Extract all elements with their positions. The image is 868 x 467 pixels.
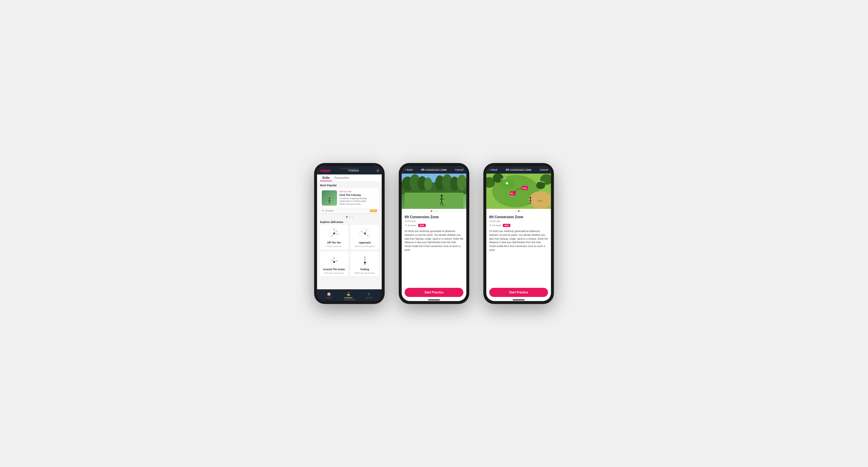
drill-badge-2: ARG: [503, 224, 510, 227]
svg-point-49: [440, 205, 445, 206]
putting-icon: [359, 254, 371, 267]
svg-line-9: [334, 231, 336, 234]
cancel-button[interactable]: Cancel: [455, 168, 463, 171]
drill-description: Create an imaginary fairway using trees …: [339, 197, 372, 206]
shots-count: ⏱ 20 shots: [405, 224, 416, 227]
drill-header-title: 6ft Conversion Zone: [421, 168, 446, 171]
shots-info: ⏱ 10 shots: [322, 209, 333, 212]
featured-drill-card[interactable]: Off The Tee Find The Fairway Create an i…: [319, 188, 379, 213]
drill-thumbnail: [322, 190, 337, 206]
activities-icon: ⛳: [346, 292, 350, 296]
svg-point-70: [530, 197, 531, 199]
image-dots-2: [486, 209, 551, 213]
svg-text:SAND: SAND: [538, 200, 543, 202]
svg-point-29: [334, 258, 334, 259]
svg-line-11: [332, 234, 334, 236]
svg-point-42: [424, 177, 432, 190]
phone-1-screen: clippd Practice ≡ Drills Favourites Most…: [317, 166, 382, 301]
most-popular-title: Most Popular: [317, 181, 382, 188]
tab-favourites[interactable]: Favourites: [332, 174, 352, 181]
skill-card-atg[interactable]: Around The Green Hone your short game: [319, 252, 348, 276]
home-icon: 🏠: [327, 292, 331, 296]
approach-icon: [359, 227, 371, 240]
image-dots: [402, 209, 466, 213]
phone1-content: Most Popular: [317, 181, 382, 301]
dot-2: [349, 216, 350, 218]
phones-container: clippd Practice ≡ Drills Favourites Most…: [314, 163, 554, 304]
svg-line-4: [330, 202, 330, 204]
cancel-button-2[interactable]: Cancel: [540, 168, 548, 171]
svg-point-13: [336, 231, 337, 232]
svg-text:Miss: Miss: [522, 187, 527, 189]
nav-capture[interactable]: ⊕ Capture: [365, 292, 373, 299]
drill-meta: ⏱ 20 shots ARG: [405, 224, 463, 227]
img-dot-1b: [516, 210, 517, 212]
phone-3-screen: < Back 6ft Conversion Zone Cancel SAND: [486, 166, 551, 301]
phone-3: < Back 6ft Conversion Zone Cancel SAND: [484, 163, 554, 304]
ott-icon: [328, 227, 341, 240]
svg-point-21: [366, 230, 367, 231]
bottom-nav: 🏠 Home ⛳ Activities ⊕ Capture: [317, 289, 382, 301]
svg-line-3: [329, 202, 330, 204]
drill-card-text: Off The Tee Find The Fairway Create an i…: [339, 190, 372, 206]
card-footer: ⏱ 10 shots OTT: [319, 208, 379, 213]
svg-point-33: [364, 262, 366, 263]
phone3-header: < Back 6ft Conversion Zone Cancel: [486, 166, 551, 174]
skill-card-approach[interactable]: Approach Dial-in to hit the green: [350, 225, 379, 249]
svg-line-20: [365, 234, 368, 236]
nav-activities[interactable]: ⛳ Activities: [344, 292, 352, 299]
skill-card-ott[interactable]: Off The Tee Power accuracy: [319, 225, 348, 249]
explore-title: Explore skill areas: [317, 219, 382, 225]
svg-line-18: [365, 230, 367, 233]
drill-description: 20 shots are randomly generated at dista…: [405, 229, 463, 252]
clock-icon: ⏱: [322, 209, 324, 212]
favourite-icon[interactable]: ☆: [374, 190, 377, 194]
category-badge: OTT: [370, 209, 377, 212]
carousel-dots: [317, 215, 382, 219]
svg-text:Hit: Hit: [510, 192, 513, 194]
skill-name-atg: Around The Green: [323, 268, 345, 271]
img-dot-1: [431, 210, 432, 212]
svg-point-12: [334, 229, 334, 230]
shots-count-2: ⏱ 20 shots: [489, 224, 501, 227]
skill-card-putting[interactable]: Putting Make and lag practice: [350, 252, 379, 276]
svg-point-65: [506, 182, 508, 185]
nav-capture-label: Capture: [365, 297, 373, 299]
timer-icon-2: ⏱: [489, 224, 492, 227]
svg-line-19: [362, 232, 365, 234]
phone1-header: clippd Practice ≡: [317, 166, 382, 174]
svg-point-15: [331, 236, 332, 237]
svg-point-30: [336, 261, 337, 261]
timer-icon: ⏱: [405, 224, 407, 227]
skill-name-putting: Putting: [361, 268, 369, 271]
menu-icon[interactable]: ≡: [377, 169, 379, 173]
img-dot-2: [433, 210, 435, 212]
img-dot-2b: [518, 210, 520, 212]
svg-point-35: [364, 258, 365, 259]
tabs-bar: Drills Favourites: [317, 174, 382, 181]
start-practice-button[interactable]: Start Practice: [405, 288, 463, 297]
drill-badge: ARG: [418, 224, 426, 227]
drill-category: Off The Tee: [339, 190, 372, 193]
tab-drills[interactable]: Drills: [320, 174, 332, 181]
start-practice-button-2[interactable]: Start Practice: [489, 288, 548, 297]
img-dot-3: [436, 210, 437, 212]
drill-title: Find The Fairway: [339, 194, 372, 197]
skill-desc-putting: Make and lag practice: [355, 272, 375, 274]
phone-2: < Back 6ft Conversion Zone Cancel: [399, 163, 469, 304]
back-button-2[interactable]: < Back: [489, 168, 497, 171]
svg-point-14: [337, 234, 338, 235]
drill-image-map: SAND Hit Miss: [486, 174, 551, 209]
svg-point-23: [367, 236, 368, 236]
nav-activities-label: Activities: [344, 297, 352, 299]
nav-home-label: Home: [326, 297, 332, 299]
drill-content: 6ft Conversion Zone 10-50 yds ⏱ 20 shots…: [402, 213, 466, 286]
skill-desc-ott: Power accuracy: [327, 245, 341, 247]
nav-home[interactable]: 🏠 Home: [326, 292, 332, 299]
app-logo: clippd: [320, 168, 330, 173]
svg-point-34: [364, 259, 366, 260]
drill-range: 10-50 yds: [405, 220, 463, 223]
back-button[interactable]: < Back: [405, 168, 413, 171]
phone-1: clippd Practice ≡ Drills Favourites Most…: [314, 163, 384, 304]
drill-footer: Start Practice: [402, 286, 466, 301]
